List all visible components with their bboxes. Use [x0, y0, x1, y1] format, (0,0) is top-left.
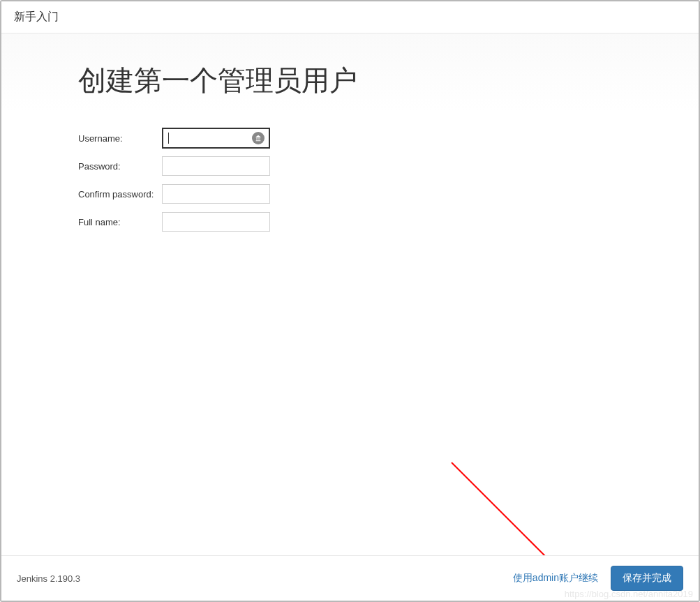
- content-area: 创建第一个管理员用户 Username: Password:: [1, 33, 699, 555]
- fullname-label: Full name:: [78, 208, 162, 236]
- password-row: Password:: [78, 152, 270, 180]
- header-title: 新手入门: [14, 10, 686, 24]
- save-and-finish-button[interactable]: 保存并完成: [611, 566, 683, 591]
- continue-as-admin-link[interactable]: 使用admin账户继续: [513, 572, 598, 585]
- confirm-password-label: Confirm password:: [78, 180, 162, 208]
- confirm-password-input[interactable]: [162, 184, 270, 204]
- setup-wizard-window: 新手入门 创建第一个管理员用户 Username: Password:: [0, 0, 700, 602]
- username-input-cell: [162, 124, 270, 152]
- password-input-cell: [162, 152, 270, 180]
- username-label: Username:: [78, 124, 162, 152]
- username-row: Username:: [78, 124, 270, 152]
- password-label: Password:: [78, 152, 162, 180]
- page-title: 创建第一个管理员用户: [78, 61, 699, 100]
- confirm-password-row: Confirm password:: [78, 180, 270, 208]
- text-cursor: [168, 133, 169, 144]
- admin-user-form: Username: Password: Confirm password:: [78, 124, 270, 236]
- footer: Jenkins 2.190.3 使用admin账户继续 保存并完成: [1, 555, 699, 601]
- footer-actions: 使用admin账户继续 保存并完成: [513, 566, 683, 591]
- confirm-password-input-cell: [162, 180, 270, 208]
- autofill-icon: [252, 132, 265, 144]
- fullname-row: Full name:: [78, 208, 270, 236]
- fullname-input-cell: [162, 208, 270, 236]
- version-label: Jenkins 2.190.3: [17, 573, 80, 584]
- fullname-input[interactable]: [162, 212, 270, 232]
- annotation-arrow: [448, 459, 574, 555]
- svg-line-1: [452, 462, 560, 555]
- password-input[interactable]: [162, 156, 270, 176]
- header: 新手入门: [1, 1, 699, 33]
